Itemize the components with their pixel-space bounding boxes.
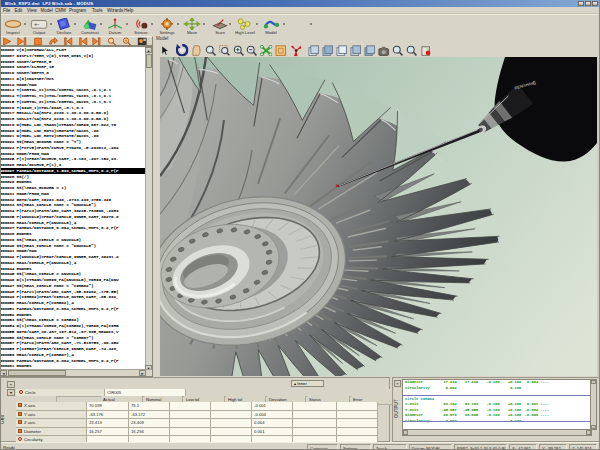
svg-text:+-: +- [34,21,39,27]
